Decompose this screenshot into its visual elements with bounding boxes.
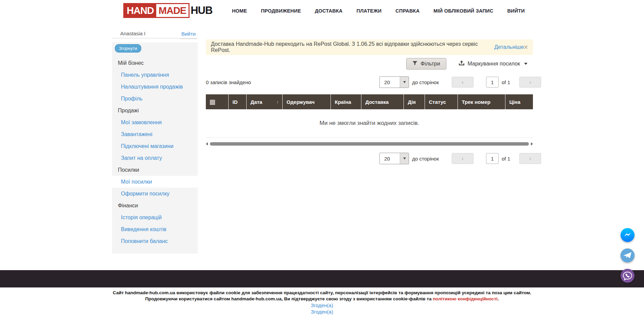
upload-icon	[459, 60, 465, 67]
records-summary-row: 0 записів знайдено 20 до сторінок ‹ of 1…	[206, 76, 541, 88]
top-header: HANDMADE HUB HOME ПРОДВИЖЕНИЕ ДОСТАВКА П…	[0, 0, 644, 21]
logo-hub-text: HUB	[191, 4, 212, 17]
footer-dark-bar	[0, 270, 644, 287]
column-country[interactable]: Країна	[330, 94, 361, 109]
filter-funnel-icon	[412, 61, 417, 67]
sidebar-item-profile[interactable]: Профіль	[112, 93, 198, 105]
sidebar-item-control-panel[interactable]: Панель управління	[112, 69, 198, 81]
next-page-button-bottom[interactable]: ›	[519, 153, 541, 164]
collapse-sidebar-button[interactable]: Згорнути	[115, 44, 141, 53]
column-status[interactable]: Статус	[425, 94, 458, 109]
select-caret-icon	[400, 77, 409, 88]
main-nav: HOME ПРОДВИЖЕНИЕ ДОСТАВКА ПЛАТЕЖИ СПРАВК…	[232, 0, 525, 21]
page-of-label: of 1	[502, 79, 510, 85]
page-size-select[interactable]: 20	[379, 76, 409, 88]
nav-item-logout[interactable]: ВИЙТИ	[507, 8, 525, 14]
filters-button-label: Фільтри	[421, 61, 440, 67]
nav-item-payments[interactable]: ПЛАТЕЖИ	[357, 8, 382, 14]
nav-item-delivery[interactable]: ДОСТАВКА	[315, 8, 343, 14]
sidebar-item-withdraw-funds[interactable]: Виведення коштів	[112, 223, 198, 235]
cookie-notice: Сайт handmade-hub.com.ua використовує фа…	[0, 290, 644, 302]
page-size-value: 20	[380, 77, 400, 88]
prev-page-button-bottom[interactable]: ‹	[452, 153, 473, 164]
close-icon[interactable]: ×	[524, 43, 528, 51]
column-date-label: Дата	[251, 99, 263, 105]
column-track-number[interactable]: Трек номер	[458, 94, 505, 109]
user-name: Anastasia I	[120, 31, 145, 36]
records-found-text: 0 записів знайдено	[206, 79, 251, 85]
prev-page-button[interactable]: ‹	[452, 77, 473, 88]
sidebar-item-sales-settings[interactable]: Налаштування продажів	[112, 81, 198, 93]
column-price[interactable]: Ціна	[505, 94, 533, 109]
logo-red-box: HANDMADE	[123, 3, 190, 18]
parcel-marking-button[interactable]: Маркування посилок	[459, 60, 527, 67]
nav-item-home[interactable]: HOME	[232, 8, 247, 14]
pagination-bottom: 20 до сторінок ‹ of 1 ›	[206, 153, 541, 164]
column-action[interactable]: Дія	[404, 94, 425, 109]
select-caret-icon	[400, 153, 409, 164]
privacy-policy-link[interactable]: політикою конфіденційності	[433, 296, 498, 301]
agree-link-2[interactable]: Згоден(а)	[311, 309, 333, 315]
sidebar-item-my-orders[interactable]: Мої замовлення	[112, 116, 198, 128]
scroll-right-arrow-icon[interactable]	[531, 142, 533, 146]
sidebar-user-row: Anastasia I Вийти	[112, 29, 198, 38]
header-checkbox-cell	[206, 94, 228, 109]
scroll-left-arrow-icon[interactable]	[206, 142, 208, 146]
column-id[interactable]: ID	[228, 94, 246, 109]
per-page-label: до сторінок	[412, 79, 439, 85]
sidebar-section-finance: Фінанси	[112, 200, 198, 211]
sidebar-menu: Мій бізнес Панель управління Налаштуванн…	[112, 57, 198, 247]
select-all-checkbox[interactable]	[210, 100, 215, 105]
nav-item-help[interactable]: СПРАВКА	[395, 8, 419, 14]
empty-state-message: Ми не змогли знайти жодних записів.	[206, 109, 533, 137]
agree-link-1[interactable]: Згоден(а)	[311, 302, 333, 308]
banner-details-link[interactable]: Детальніше	[494, 44, 524, 50]
sidebar-item-my-parcels[interactable]: Мої посилки	[112, 176, 198, 188]
horizontal-scrollbar	[206, 141, 533, 147]
logo-hand-text: HAND	[124, 4, 156, 17]
telegram-icon[interactable]	[621, 248, 634, 262]
scrollbar-thumb[interactable]	[210, 142, 529, 146]
sort-ascending-icon[interactable]: ↑	[276, 99, 279, 105]
chevron-down-icon	[524, 63, 527, 65]
sidebar-item-create-parcel[interactable]: Оформити посилку	[112, 188, 198, 200]
sidebar: Згорнути Мій бізнес Панель управління На…	[112, 42, 198, 254]
handmade-hub-logo[interactable]: HANDMADE HUB	[123, 3, 212, 18]
column-date[interactable]: Дата↑	[246, 94, 282, 109]
repost-notice-banner: Доставка Handmade-Hub переходить на RePo…	[206, 39, 533, 55]
viber-icon[interactable]	[621, 269, 634, 283]
sidebar-item-uploaded[interactable]: Завантажені	[112, 128, 198, 140]
filters-button[interactable]: Фільтри	[406, 58, 446, 70]
parcels-table: ID Дата↑ Одержувач Країна Доставка Дія С…	[206, 94, 533, 138]
page-number-input[interactable]	[486, 77, 499, 88]
column-recipient[interactable]: Одержувач	[282, 94, 330, 109]
cookie-notice-line1: Сайт handmade-hub.com.ua використовує фа…	[0, 290, 644, 296]
page-size-select-bottom[interactable]: 20	[379, 153, 409, 164]
sidebar-section-parcels: Посилки	[112, 164, 198, 176]
messenger-icon[interactable]	[621, 228, 634, 242]
page-of-label: of 1	[502, 156, 510, 162]
parcels-toolbar: Фільтри Маркування посилок	[206, 58, 533, 70]
logout-link[interactable]: Вийти	[180, 31, 197, 39]
pagination-top: 20 до сторінок ‹ of 1 ›	[379, 76, 541, 88]
agree-link-row-2: Згоден(а)	[0, 309, 644, 315]
sidebar-section-my-business: Мій бізнес	[112, 57, 198, 69]
per-page-label: до сторінок	[412, 156, 439, 162]
page-size-value: 20	[380, 153, 400, 164]
next-page-button[interactable]: ›	[519, 77, 541, 88]
nav-item-my-account[interactable]: МІЙ ОБЛІКОВИЙ ЗАПИС	[433, 8, 493, 14]
table-header-row: ID Дата↑ Одержувач Країна Доставка Дія С…	[206, 94, 533, 109]
cookie-notice-line2: Продовжуючи користуватися сайтом handmad…	[0, 296, 644, 302]
sidebar-item-connected-stores[interactable]: Підключені магазини	[112, 140, 198, 152]
parcel-marking-label: Маркування посилок	[468, 61, 520, 67]
nav-item-promotion[interactable]: ПРОДВИЖЕНИЕ	[261, 8, 301, 14]
agree-link-row-1: Згоден(а)	[0, 302, 644, 308]
sidebar-section-sales: Продажі	[112, 105, 198, 116]
sidebar-item-payment-request[interactable]: Запит на оплату	[112, 152, 198, 164]
page-number-input-bottom[interactable]	[486, 153, 499, 164]
sidebar-item-top-up-balance[interactable]: Поповнити баланс	[112, 235, 198, 247]
banner-text: Доставка Handmade-Hub переходить на RePo…	[211, 41, 493, 53]
sidebar-item-transactions-history[interactable]: Історія операцій	[112, 211, 198, 223]
column-delivery[interactable]: Доставка	[361, 94, 404, 109]
cookie-line2-text: Продовжуючи користуватися сайтом handmad…	[145, 296, 433, 301]
